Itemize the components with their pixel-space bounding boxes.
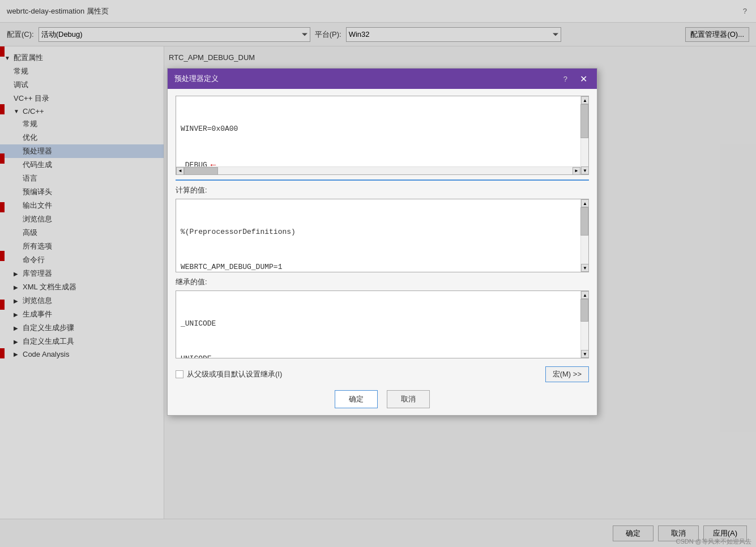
definition-line-1: WINVER=0x0A00 [181, 123, 584, 135]
inherit-checkbox-label: 从父级或项目默认设置继承(I) [187, 369, 282, 379]
inherited-section-label: 继承的值: [176, 277, 589, 287]
definitions-scrollbar-h[interactable]: ◄ ► [176, 166, 580, 174]
computed-scroll-thumb[interactable] [580, 207, 588, 236]
modal-overlay: 预处理器定义 ? ✕ WINVER=0x0A00 _DEBUG ← DYNAMI… [0, 0, 756, 547]
inherited-line-2: UNICODE [181, 353, 584, 358]
modal-help-button[interactable]: ? [559, 75, 572, 83]
scroll-up-arrow[interactable]: ▲ [581, 96, 589, 104]
main-window: webrtc-delay-estimation 属性页 ? 配置(C): 活动(… [0, 0, 756, 547]
inherited-scrollbar-v[interactable]: ▲ ▼ [580, 291, 588, 358]
scroll-down-arrow[interactable]: ▼ [581, 166, 589, 174]
inherited-line-1: _UNICODE [181, 318, 584, 330]
modal-ok-button[interactable]: 确定 [335, 390, 378, 408]
scroll-thumb-v[interactable] [580, 104, 588, 138]
computed-line-1: %(PreprocessorDefinitions) [181, 227, 584, 238]
blue-separator [176, 180, 589, 181]
definitions-scrollbar-v[interactable]: ▲ ▼ [580, 96, 588, 174]
modal-cancel-button[interactable]: 取消 [387, 390, 430, 408]
modal-footer: 从父级或项目默认设置继承(I) 宏(M) >> [176, 364, 589, 386]
computed-content: %(PreprocessorDefinitions) WEBRTC_APM_DE… [176, 199, 588, 272]
definitions-textarea[interactable]: WINVER=0x0A00 _DEBUG ← DYNAMIC_ANNOTATIO… [176, 96, 589, 175]
scroll-right-arrow[interactable]: ► [573, 167, 580, 175]
macro-button[interactable]: 宏(M) >> [545, 366, 589, 382]
inherited-scroll-down[interactable]: ▼ [581, 350, 589, 358]
inherited-scroll-thumb[interactable] [580, 299, 588, 322]
computed-textarea: %(PreprocessorDefinitions) WEBRTC_APM_DE… [176, 199, 589, 272]
modal-title: 预处理器定义 [174, 74, 554, 84]
inherited-scroll-up[interactable]: ▲ [581, 291, 589, 299]
modal-footer-buttons: 宏(M) >> [545, 366, 589, 382]
computed-scroll-up[interactable]: ▲ [581, 199, 589, 207]
computed-scrollbar-v[interactable]: ▲ ▼ [580, 199, 588, 272]
modal-close-button[interactable]: ✕ [576, 72, 590, 86]
modal-title-bar: 预处理器定义 ? ✕ [168, 69, 597, 89]
computed-section-label: 计算的值: [176, 185, 589, 195]
definitions-content: WINVER=0x0A00 _DEBUG ← DYNAMIC_ANNOTATIO… [176, 96, 588, 175]
modal-dialog: 预处理器定义 ? ✕ WINVER=0x0A00 _DEBUG ← DYNAMI… [167, 68, 597, 416]
inherited-textarea: _UNICODE UNICODE ▲ ▼ [176, 290, 589, 358]
modal-body: WINVER=0x0A00 _DEBUG ← DYNAMIC_ANNOTATIO… [168, 89, 597, 415]
scroll-left-arrow[interactable]: ◄ [176, 167, 184, 175]
computed-line-2: WEBRTC_APM_DEBUG_DUMP=1 [181, 262, 584, 272]
computed-scroll-down[interactable]: ▼ [581, 264, 589, 272]
inherit-checkbox-area: 从父级或项目默认设置继承(I) [176, 369, 282, 379]
modal-ok-cancel-row: 确定 取消 [176, 390, 589, 408]
inherited-content: _UNICODE UNICODE [176, 291, 588, 358]
inherit-checkbox[interactable] [176, 370, 183, 378]
scroll-thumb-h[interactable] [184, 167, 218, 175]
